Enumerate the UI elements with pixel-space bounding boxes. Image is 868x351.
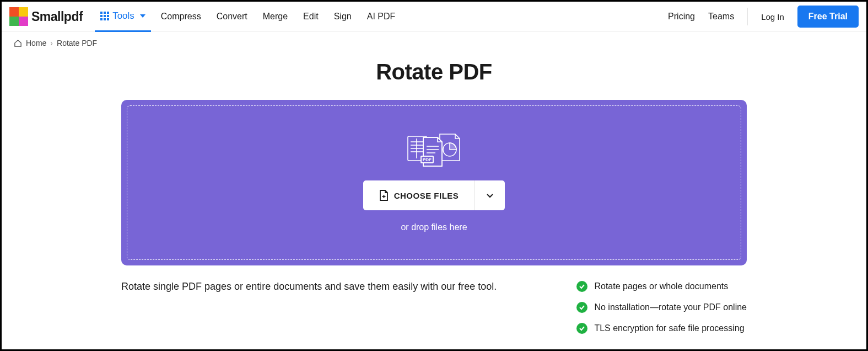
choose-files-label: CHOOSE FILES [394, 191, 459, 200]
feature-item: TLS encryption for safe file processing [576, 323, 747, 334]
feature-text: No installation—rotate your PDF online [594, 302, 747, 312]
feature-item: No installation—rotate your PDF online [576, 302, 747, 313]
nav-link-compress[interactable]: Compress [161, 12, 201, 22]
breadcrumb-current: Rotate PDF [57, 39, 97, 47]
home-icon [14, 39, 22, 47]
breadcrumb-separator: › [50, 39, 53, 47]
divider [747, 8, 748, 25]
file-types-icon: PDF [407, 133, 462, 169]
logo-icon [9, 7, 28, 26]
breadcrumb-home[interactable]: Home [26, 39, 46, 47]
nav-link-ai-pdf[interactable]: AI PDF [367, 12, 396, 22]
free-trial-button[interactable]: Free Trial [797, 6, 859, 28]
choose-files-row: CHOOSE FILES [363, 180, 505, 210]
grid-icon [100, 12, 109, 20]
feature-text: TLS encryption for safe file processing [594, 323, 744, 333]
nav-link-sign[interactable]: Sign [334, 12, 352, 22]
bottom-row: Rotate single PDF pages or entire docume… [2, 281, 866, 334]
nav-link-merge[interactable]: Merge [263, 12, 288, 22]
svg-text:PDF: PDF [423, 157, 432, 162]
file-plus-icon [379, 190, 389, 201]
tools-label: Tools [112, 10, 134, 22]
nav-link-edit[interactable]: Edit [303, 12, 319, 22]
dropzone-container: PDF CHOOSE FILES or drop files here [2, 100, 866, 265]
choose-files-more-button[interactable] [474, 180, 505, 210]
brand-logo[interactable]: Smallpdf [9, 7, 83, 26]
nav-link-pricing[interactable]: Pricing [668, 12, 695, 22]
brand-name: Smallpdf [31, 9, 83, 24]
login-link[interactable]: Log In [761, 12, 784, 22]
or-drop-text: or drop files here [401, 222, 467, 232]
page-title: Rotate PDF [2, 60, 866, 84]
breadcrumb: Home › Rotate PDF [2, 32, 866, 47]
nav-link-convert[interactable]: Convert [217, 12, 247, 22]
choose-files-button[interactable]: CHOOSE FILES [363, 180, 475, 210]
check-icon [576, 281, 587, 292]
nav-links: Compress Convert Merge Edit Sign AI PDF [161, 12, 395, 22]
header-right: Pricing Teams Log In Free Trial [668, 6, 859, 28]
dropzone[interactable]: PDF CHOOSE FILES or drop files here [121, 100, 747, 265]
nav-link-teams[interactable]: Teams [708, 12, 734, 22]
feature-item: Rotate pages or whole documents [576, 281, 747, 292]
page-subtitle: Rotate single PDF pages or entire docume… [121, 281, 521, 292]
check-icon [576, 323, 587, 334]
feature-list: Rotate pages or whole documents No insta… [576, 281, 747, 334]
chevron-down-icon [140, 14, 145, 18]
feature-text: Rotate pages or whole documents [594, 281, 728, 291]
header: Smallpdf Tools Compress Convert Merge Ed… [2, 2, 866, 32]
chevron-down-icon [486, 191, 494, 200]
tools-dropdown[interactable]: Tools [95, 2, 151, 32]
check-icon [576, 302, 587, 313]
